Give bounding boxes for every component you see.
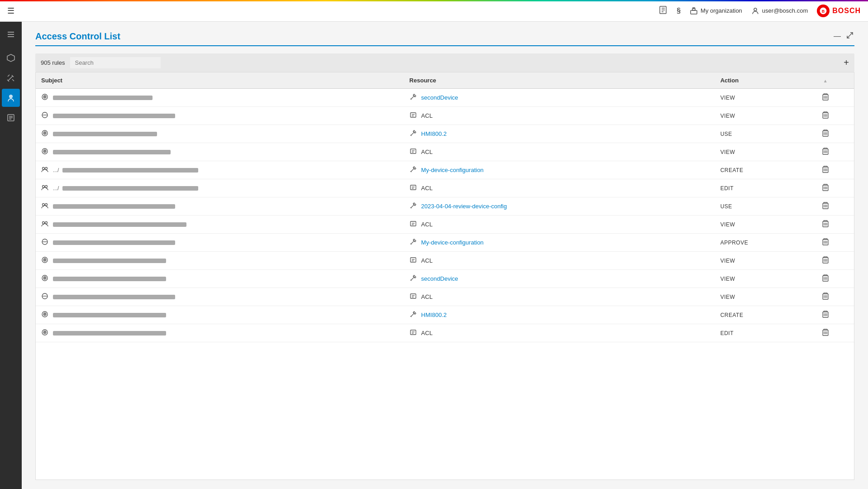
- topbar: ☰ § My organization u: [0, 0, 868, 22]
- svg-text:B: B: [822, 9, 825, 14]
- delete-button[interactable]: [820, 310, 830, 320]
- resource-icon: [410, 220, 418, 229]
- subject-cell: .../: [41, 184, 399, 192]
- resource-icon: [410, 292, 418, 301]
- svg-point-176: [44, 314, 45, 315]
- col-header-delete: ▲: [796, 72, 854, 89]
- table-row: HMI800.2 CREATE: [36, 306, 854, 324]
- sidebar-item-list[interactable]: [2, 109, 20, 127]
- subject-bar: [53, 295, 175, 299]
- svg-point-138: [44, 259, 45, 260]
- svg-point-27: [44, 96, 45, 97]
- book-icon[interactable]: [658, 5, 668, 16]
- table-row: My-device-configuration APPROVE: [36, 234, 854, 252]
- resource-icon: [410, 148, 418, 156]
- main-layout: Access Control List — 905 rules +: [0, 22, 868, 489]
- svg-line-15: [8, 75, 10, 77]
- subject-bar: [53, 313, 166, 317]
- action-cell: CREATE: [715, 161, 797, 179]
- svg-line-102: [411, 205, 414, 208]
- subject-bar: [53, 277, 166, 281]
- resource-link[interactable]: secondDevice: [421, 275, 458, 282]
- resource-cell: HMI800.2: [410, 129, 710, 138]
- resource-link[interactable]: secondDevice: [421, 94, 458, 101]
- resource-icon: [410, 256, 418, 265]
- subject-cell: [41, 202, 399, 211]
- delete-button[interactable]: [820, 147, 830, 157]
- col-header-action: Action: [715, 72, 797, 89]
- sidebar-item-menu[interactable]: [2, 25, 20, 43]
- svg-rect-4: [691, 10, 697, 14]
- subject-cell: [41, 220, 399, 229]
- svg-line-24: [847, 35, 850, 38]
- svg-point-18: [10, 96, 11, 97]
- subject-bar: [53, 132, 157, 136]
- subject-cell: [41, 93, 399, 102]
- subject-icon: [41, 311, 49, 319]
- topbar-right: § My organization user@bosch.com B: [658, 5, 861, 17]
- delete-button[interactable]: [820, 328, 830, 338]
- expand-button[interactable]: [845, 31, 854, 42]
- delete-button[interactable]: [820, 201, 830, 211]
- resource-link[interactable]: HMI800.2: [421, 130, 447, 137]
- sidebar-item-acl[interactable]: [2, 89, 20, 107]
- delete-button[interactable]: [820, 110, 830, 121]
- svg-rect-66: [410, 149, 416, 153]
- subject-cell: [41, 329, 399, 337]
- action-cell: CREATE: [715, 306, 797, 324]
- svg-marker-14: [7, 54, 14, 62]
- delete-button[interactable]: [820, 255, 830, 266]
- action-cell: EDIT: [715, 324, 797, 342]
- delete-button[interactable]: [820, 273, 830, 284]
- svg-rect-164: [410, 294, 416, 298]
- minimize-button[interactable]: —: [833, 31, 842, 41]
- table-row: ACL EDIT: [36, 324, 854, 342]
- table-row: secondDevice VIEW: [36, 89, 854, 107]
- table-row: .../ My-device-configuration CREATE: [36, 161, 854, 179]
- subject-bar: [62, 186, 198, 191]
- svg-line-177: [411, 313, 414, 316]
- table-row: ACL VIEW: [36, 216, 854, 234]
- delete-button[interactable]: [820, 219, 830, 230]
- add-rule-button[interactable]: +: [844, 58, 849, 68]
- content-area: Access Control List — 905 rules +: [22, 22, 868, 489]
- subject-bar: [53, 222, 186, 227]
- delete-button[interactable]: [820, 183, 830, 193]
- resource-link[interactable]: My-device-configuration: [421, 239, 484, 246]
- topbar-left: ☰: [7, 6, 14, 16]
- resource-link[interactable]: My-device-configuration: [421, 167, 484, 173]
- subject-cell: [41, 129, 399, 138]
- svg-line-16: [12, 79, 14, 81]
- subject-icon: [41, 93, 49, 102]
- sidebar-item-tools[interactable]: [2, 69, 20, 87]
- svg-line-23: [850, 33, 853, 35]
- resource-icon: [410, 274, 418, 283]
- resource-cell: My-device-configuration: [410, 166, 710, 174]
- delete-button[interactable]: [820, 165, 830, 175]
- svg-rect-40: [410, 113, 416, 117]
- resource-link[interactable]: 2023-04-04-review-device-config: [421, 203, 507, 210]
- search-input[interactable]: [70, 57, 161, 68]
- delete-button[interactable]: [820, 129, 830, 139]
- user-menu[interactable]: user@bosch.com: [751, 7, 808, 15]
- table-header-row: Subject Resource Action ▲: [36, 72, 854, 89]
- acl-table-container: Subject Resource Action ▲ secondDevice V…: [35, 72, 854, 480]
- resource-icon: [410, 129, 418, 138]
- hamburger-menu[interactable]: ☰: [7, 6, 14, 16]
- delete-button[interactable]: [820, 237, 830, 248]
- action-cell: VIEW: [715, 143, 797, 161]
- resource-link[interactable]: HMI800.2: [421, 312, 447, 318]
- sidebar-item-overview[interactable]: [2, 49, 20, 67]
- subject-bar: [53, 150, 171, 154]
- section-icon[interactable]: §: [677, 7, 681, 15]
- resource-cell: My-device-configuration: [410, 238, 710, 247]
- delete-button[interactable]: [820, 92, 830, 103]
- action-cell: VIEW: [715, 288, 797, 306]
- resource-icon: [410, 238, 418, 247]
- svg-point-8: [754, 8, 757, 11]
- col-header-resource: Resource: [404, 72, 715, 89]
- org-switcher[interactable]: My organization: [690, 7, 742, 15]
- resource-icon: [410, 93, 418, 102]
- delete-button[interactable]: [820, 292, 830, 302]
- action-cell: VIEW: [715, 89, 797, 107]
